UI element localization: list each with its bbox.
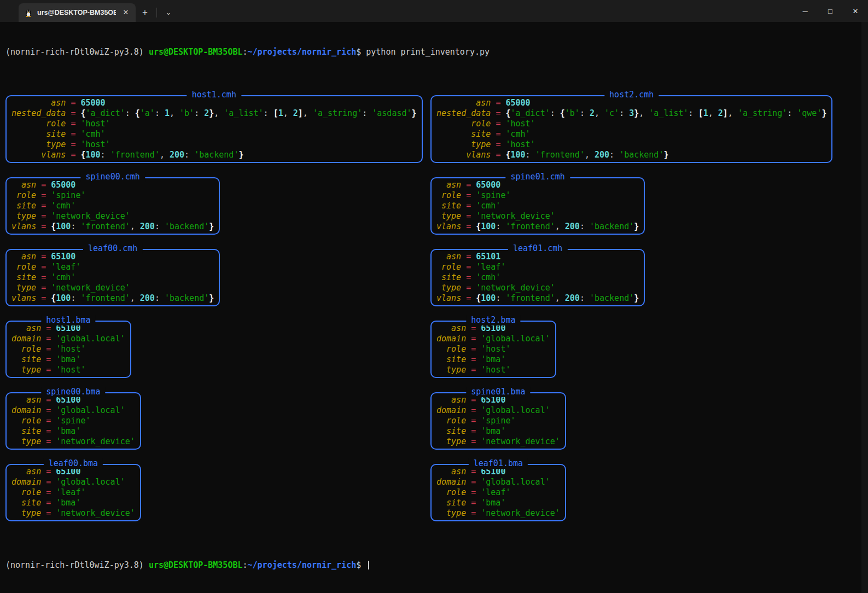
inventory-panel-host1.cmh: host1.cmhasn = 65000nested_data = {'a_di… xyxy=(5,95,423,163)
panel-title: leaf01.cmh xyxy=(508,243,567,254)
scrollbar[interactable] xyxy=(861,22,868,593)
attribute-value: 'global.local' xyxy=(481,477,550,487)
equals-sign: = xyxy=(41,211,46,221)
string-value: 'frontend' xyxy=(110,150,160,160)
panel-cell-left: host1.cmhasn = 65000nested_data = {'a_di… xyxy=(5,89,430,171)
string-value: 'host' xyxy=(80,119,110,129)
punctuation: , xyxy=(595,108,604,118)
spacer xyxy=(41,365,46,375)
brace: } xyxy=(634,293,639,303)
brace: ] xyxy=(723,108,728,118)
attribute-row: type = 'network_device' xyxy=(11,508,135,519)
attribute-value: 65101 xyxy=(476,252,500,261)
spacer xyxy=(36,201,41,211)
brace: } xyxy=(634,108,639,118)
attribute-value: 65000 xyxy=(505,98,530,108)
string-value: 'network_device' xyxy=(56,508,135,518)
tab-terminal[interactable]: urs@DESKTOP-BM35OBL: ~/p ✕ xyxy=(19,3,136,22)
attribute-key: site xyxy=(436,426,466,437)
attribute-value: 'bma' xyxy=(481,498,505,508)
brace: } xyxy=(209,293,214,303)
spacer xyxy=(46,252,51,261)
attribute-value: {100: 'frontend', 200: 'backend'} xyxy=(505,150,668,160)
spacer xyxy=(471,222,476,231)
spacer xyxy=(51,334,56,344)
punctuation: : xyxy=(155,222,165,231)
punctuation: , xyxy=(555,293,565,303)
equals-sign: = xyxy=(46,477,51,487)
attribute-key: asn xyxy=(436,395,466,405)
punctuation: : xyxy=(155,108,165,118)
string-value: 'qwe' xyxy=(797,108,822,118)
attribute-value: 'host' xyxy=(481,344,510,354)
new-tab-button[interactable]: + xyxy=(137,5,153,20)
attribute-value: {'a_dict': {'a': 1, 'b': 2}, 'a_list': [… xyxy=(80,108,416,118)
attribute-row: role = 'spine' xyxy=(11,416,135,426)
brace: } xyxy=(412,108,417,118)
attribute-value: 'bma' xyxy=(481,354,505,364)
prompt-line-1: (nornir-rich-rDtl0wiZ-py3.8) urs@DESKTOP… xyxy=(5,47,868,57)
string-value: 'network_device' xyxy=(56,437,135,446)
string-value: 'spine' xyxy=(481,416,515,426)
string-value: 'a_dict' xyxy=(85,108,125,118)
brace: } xyxy=(663,150,668,160)
spacer xyxy=(466,405,471,415)
venv-prefix: (nornir-rich-rDtl0wiZ-py3.8) xyxy=(5,560,149,570)
attribute-key: site xyxy=(11,272,36,283)
spacer xyxy=(51,508,56,518)
attribute-key: asn xyxy=(436,323,466,334)
attribute-value: {100: 'frontend', 200: 'backend'} xyxy=(80,150,243,160)
venv-prefix: (nornir-rich-rDtl0wiZ-py3.8) xyxy=(5,47,149,57)
spacer xyxy=(476,437,481,446)
attribute-key: site xyxy=(11,201,36,211)
spacer xyxy=(41,477,46,487)
panel-cell-left: spine00.cmhasn = 65000role = 'spine'site… xyxy=(5,171,430,242)
prompt-path: ~/projects/nornir_rich xyxy=(248,560,357,570)
attribute-value: 'host' xyxy=(505,119,535,129)
inventory-panel-host2.bma: host2.bmaasn = 65100domain = 'global.loc… xyxy=(430,321,556,378)
number-value: 100 xyxy=(56,222,71,231)
spacer xyxy=(466,498,471,508)
prompt-username: urs@DESKTOP-BM35OBL xyxy=(149,47,243,57)
spacer xyxy=(476,426,481,436)
attribute-value: 'leaf' xyxy=(56,487,85,497)
brace: { xyxy=(476,222,481,231)
number-value: 100 xyxy=(85,150,100,160)
panel-title: host1.cmh xyxy=(187,90,241,100)
prompt-path: ~/projects/nornir_rich xyxy=(248,47,357,57)
panel-title: leaf01.bma xyxy=(469,458,528,469)
punctuation: , xyxy=(303,108,313,118)
string-value: 'frontend' xyxy=(80,293,130,303)
attribute-value: 'network_device' xyxy=(481,437,560,446)
tab-close-icon[interactable]: ✕ xyxy=(120,7,131,18)
number-value: 2 xyxy=(718,108,723,118)
close-button[interactable]: ✕ xyxy=(843,0,868,22)
attribute-value: 'bma' xyxy=(56,426,80,436)
equals-sign: = xyxy=(46,508,51,518)
spacer xyxy=(461,201,466,211)
attribute-value: {100: 'frontend', 200: 'backend'} xyxy=(476,222,639,231)
attribute-value: 'host' xyxy=(56,365,85,375)
panel-title: spine01.cmh xyxy=(505,172,569,182)
tab-dropdown-button[interactable]: ⌄ xyxy=(160,5,177,20)
string-value: 'frontend' xyxy=(505,293,555,303)
attribute-row: domain = 'global.local' xyxy=(436,405,560,416)
spacer xyxy=(466,508,471,518)
punctuation: : xyxy=(689,108,698,118)
spacer xyxy=(466,354,471,364)
attribute-row: role = 'host' xyxy=(436,119,826,129)
attribute-row: domain = 'global.local' xyxy=(11,477,135,487)
spacer xyxy=(41,416,46,426)
attribute-key: type xyxy=(436,508,466,519)
attribute-key: domain xyxy=(11,405,41,416)
equals-sign: = xyxy=(46,405,51,415)
panel-row: leaf00.cmhasn = 65100role = 'leaf'site =… xyxy=(5,242,868,314)
attribute-value: 'leaf' xyxy=(476,262,505,272)
maximize-button[interactable]: □ xyxy=(818,0,843,22)
string-value: 'backend' xyxy=(194,150,238,160)
minimize-button[interactable]: ─ xyxy=(793,0,818,22)
attribute-key: asn xyxy=(436,98,491,108)
equals-sign: = xyxy=(46,437,51,446)
attribute-value: 'host' xyxy=(481,365,510,375)
prompt-line-2: (nornir-rich-rDtl0wiZ-py3.8) urs@DESKTOP… xyxy=(5,560,868,571)
